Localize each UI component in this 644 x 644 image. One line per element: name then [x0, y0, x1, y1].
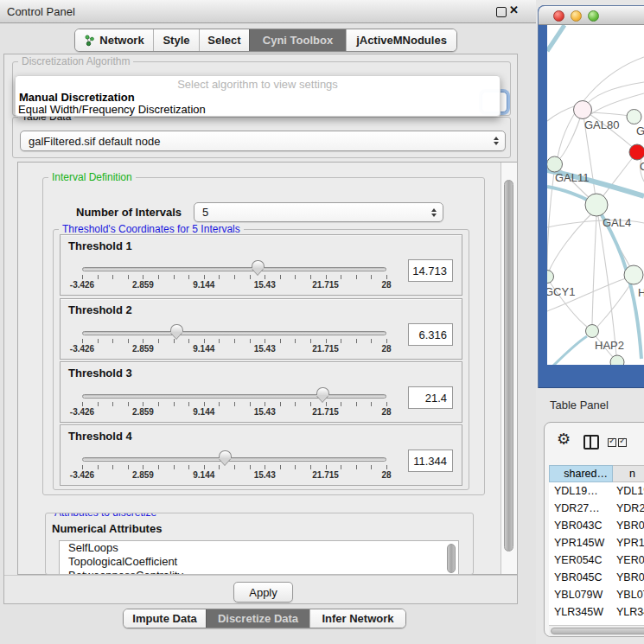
threshold-value-field[interactable]: 21.4	[408, 386, 453, 409]
split-pane-icon[interactable]	[583, 435, 599, 450]
network-edge[interactable]	[584, 82, 644, 107]
num-intervals-combo[interactable]: 5	[194, 202, 443, 222]
threshold-label: Threshold 1	[68, 239, 132, 252]
panel-scrollbar[interactable]	[501, 163, 517, 574]
algorithm-dropdown-popup: Select algorithm to view settings Manual…	[15, 75, 501, 117]
zoom-traffic-light-icon[interactable]	[588, 10, 599, 22]
column-header-shared-name[interactable]: shared…	[549, 465, 613, 482]
gear-icon[interactable]: ⚙	[557, 430, 571, 449]
slider-scale-label: 28	[381, 407, 391, 417]
slider-scale: -3.4262.8599.14415.4321.71528	[61, 344, 462, 354]
column-header-name[interactable]: n	[613, 465, 644, 482]
table-row[interactable]: YBR043CYBR04	[549, 517, 644, 534]
network-node-label: GAL11	[555, 171, 590, 184]
attribute-list-item[interactable]: BetweennessCentrality	[60, 569, 458, 575]
table-data-combo-value: galFiltered.sif default node	[29, 135, 160, 148]
table-row[interactable]: YDR27…YDR27	[549, 500, 644, 517]
table-panel-title: Table Panel	[550, 399, 609, 411]
tab-network[interactable]: Network	[75, 29, 153, 51]
tab-cyni-toolbox[interactable]: Cyni Toolbox	[249, 29, 346, 51]
group-title: Attributes to discretize	[51, 513, 160, 519]
network-edge-thick[interactable]	[547, 25, 564, 51]
network-node[interactable]	[610, 355, 624, 365]
num-intervals-value: 5	[202, 206, 208, 219]
threshold-value-field[interactable]: 11.344	[408, 450, 453, 472]
slider-scale-label: 15.43	[254, 280, 276, 290]
network-edge-thick[interactable]	[547, 187, 590, 201]
tab-style[interactable]: Style	[153, 29, 199, 51]
network-node[interactable]	[586, 325, 599, 338]
slider-scale-label: 2.859	[132, 344, 154, 354]
threshold-panel: Threshold 3 -3.4262.8599.14415.4321.7152…	[60, 361, 462, 423]
table-scrollbar-thumb[interactable]	[551, 628, 644, 634]
attribute-list-item[interactable]: SelfLoops	[60, 541, 458, 555]
network-window-titlebar[interactable]	[539, 6, 644, 25]
table-row[interactable]: YBR045CYBR04	[549, 569, 644, 586]
close-traffic-light-icon[interactable]	[553, 10, 564, 22]
slider-thumb[interactable]	[252, 260, 265, 275]
network-edge[interactable]	[597, 284, 631, 327]
slider-thumb[interactable]	[219, 450, 232, 465]
cell-name: YLR34	[613, 603, 644, 621]
threshold-value-field[interactable]: 14.713	[408, 259, 453, 282]
tab-infer-network[interactable]: Infer Network	[309, 609, 405, 628]
select-all-icon[interactable]	[608, 438, 616, 447]
slider-scale-label: 21.715	[312, 470, 339, 480]
slider-track[interactable]	[82, 267, 386, 271]
cell-name: YBL07	[613, 586, 644, 603]
network-node[interactable]	[627, 110, 641, 124]
network-canvas[interactable]: GAL80GACGAL11GAL4GCY1HHAP2	[547, 25, 644, 365]
numerical-attributes-list[interactable]: SelfLoopsTopologicalCoefficientBetweenne…	[59, 540, 459, 575]
network-node[interactable]	[585, 194, 608, 216]
slider-thumb[interactable]	[316, 387, 329, 402]
table-data-group: Table Data galFiltered.sif default node	[12, 117, 511, 158]
slider-scale-label: 15.43	[254, 407, 276, 417]
network-node[interactable]	[629, 144, 644, 160]
network-edge-thick[interactable]	[547, 336, 587, 365]
attribute-list-item[interactable]: TopologicalCoefficient	[60, 555, 458, 569]
table-row[interactable]: YER054CYER05	[549, 552, 644, 569]
minimize-traffic-light-icon[interactable]	[571, 10, 582, 22]
network-node-label: GAL4	[603, 216, 631, 229]
slider-scale-label: 15.43	[254, 470, 276, 480]
attributes-group: Attributes to discretize Numerical Attri…	[45, 513, 474, 575]
threshold-panel: Threshold 2 -3.4262.8599.14415.4321.7152…	[60, 298, 462, 360]
tab-label: Select	[207, 34, 240, 47]
network-node[interactable]	[547, 156, 563, 172]
float-window-icon[interactable]	[496, 7, 507, 17]
table-row[interactable]: YPR145WYPR14	[549, 534, 644, 552]
apply-button[interactable]: Apply	[233, 582, 293, 603]
network-edge[interactable]	[590, 112, 628, 116]
cell-name: YDL19	[613, 482, 644, 500]
slider-track[interactable]	[82, 394, 386, 399]
panel-scrollbar-thumb[interactable]	[504, 180, 513, 552]
slider-track[interactable]	[82, 331, 386, 335]
tab-jactivemnodules[interactable]: jActiveMNodules	[346, 29, 456, 51]
network-node[interactable]	[574, 101, 592, 119]
network-edge[interactable]	[547, 105, 577, 121]
list-scrollbar-thumb[interactable]	[447, 544, 456, 573]
network-node[interactable]	[547, 271, 554, 284]
table-row[interactable]: YLR345WYLR34	[549, 603, 644, 621]
network-edge[interactable]	[592, 216, 596, 324]
network-edge[interactable]	[548, 211, 595, 273]
tab-impute-data[interactable]: Impute Data	[124, 609, 206, 628]
network-node-label: C	[640, 160, 644, 173]
threshold-label: Threshold 3	[68, 367, 132, 379]
dropdown-option-equal-width[interactable]: Equal Width/Frequency Discretization	[18, 103, 206, 116]
tab-select[interactable]: Select	[199, 29, 249, 51]
slider-scale-label: 15.43	[254, 344, 276, 354]
close-icon[interactable]: ✕	[509, 3, 519, 16]
select-all-icon[interactable]	[618, 438, 627, 447]
table-row[interactable]: YBL079WYBL07	[549, 586, 644, 603]
table-row[interactable]: YDL19…YDL19	[549, 482, 644, 500]
threshold-value-field[interactable]: 6.316	[408, 323, 453, 346]
table-horizontal-scrollbar[interactable]	[549, 625, 644, 636]
slider-thumb[interactable]	[170, 324, 183, 339]
slider-track[interactable]	[82, 457, 386, 462]
network-node[interactable]	[624, 265, 643, 284]
dropdown-option-manual[interactable]: Manual Discretization	[19, 91, 135, 104]
cell-name: YPR14	[613, 534, 644, 552]
table-data-combo[interactable]: galFiltered.sif default node	[20, 131, 506, 151]
tab-discretize-data[interactable]: Discretize Data	[206, 609, 309, 628]
